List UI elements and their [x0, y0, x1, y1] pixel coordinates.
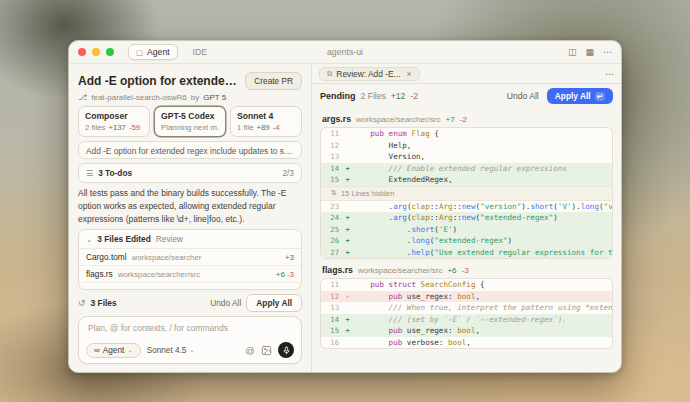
agent-card[interactable]: Composer2 files+137-59: [78, 106, 150, 137]
file-path: workspace/searcher/src: [358, 266, 442, 275]
app-window: agents-ui ▢ Agent IDE ◫ ▦ ⋯ Add -E optio…: [68, 40, 622, 373]
agent-card-sub-text: 1 file: [237, 123, 253, 132]
code-card: 11 pub enum Flag {12 Help,13 Version,14+…: [320, 127, 613, 259]
line-number: 15: [321, 326, 343, 335]
code-text: /// (set by `-E` / `--extended-regex`).: [352, 315, 612, 324]
chevron-down-icon: ⌄: [127, 346, 132, 354]
undo-all-button[interactable]: Undo All: [507, 91, 539, 101]
agent-cards: Composer2 files+137-59GPT-5 CodexPlannin…: [78, 106, 302, 137]
agent-mode-selector[interactable]: ∞ Agent ⌄: [86, 343, 141, 358]
apply-bar-files-label: 3 Files: [91, 298, 117, 308]
close-review-tab-icon[interactable]: ×: [407, 69, 412, 79]
added-count: +6: [447, 266, 456, 275]
files-edited-label: 3 Files Edited: [97, 234, 150, 244]
line-number: 24: [321, 213, 343, 222]
code-text: Version,: [352, 152, 612, 161]
file-row[interactable]: Cargo.tomlworkspace/searcher+3: [79, 249, 301, 265]
prompt-preview[interactable]: Add -E option for extended regex include…: [78, 141, 302, 160]
diff-file-header[interactable]: args.rsworkspace/searcher/src+7-2: [320, 111, 613, 127]
code-text: /// Enable extended regular expressions: [352, 164, 612, 173]
diff-sign: -: [343, 292, 352, 301]
zoom-window-button[interactable]: [106, 48, 114, 56]
layout-columns-icon[interactable]: ◫: [568, 47, 577, 57]
line-number: 13: [321, 152, 343, 161]
more-icon[interactable]: ⋯: [603, 47, 612, 57]
diff-sign: +: [343, 175, 352, 184]
minimize-window-button[interactable]: [92, 48, 100, 56]
hidden-lines-label: 15 Lines hidden: [341, 189, 395, 198]
branch-row: ⎇ feat-parallel-search-oswR6 by GPT 5: [78, 94, 302, 102]
file-row[interactable]: args.rsworkspace/searcher/src+7-2: [79, 282, 301, 290]
model-selector[interactable]: Sonnet 4.5 ⌄: [147, 346, 195, 355]
review-tab[interactable]: ⧉ Review: Add -E... ×: [319, 67, 420, 81]
agent-card-sub-text: Planning next m...: [161, 123, 219, 132]
review-removed-count: -2: [410, 91, 418, 101]
file-name: flags.rs: [86, 269, 113, 279]
line-number: 27: [321, 248, 343, 257]
diff-line: 13 /// When true, interpret the pattern …: [321, 302, 612, 314]
close-window-button[interactable]: [78, 48, 86, 56]
infinity-icon: ∞: [94, 346, 100, 355]
diff-sign: +: [343, 225, 352, 234]
file-path: workspace/searcher/src: [356, 115, 440, 124]
review-more-icon[interactable]: ⋯: [605, 69, 614, 79]
create-pr-button[interactable]: Create PR: [245, 72, 302, 90]
review-files-count: 2 Files: [361, 91, 386, 101]
diff-sign: +: [343, 315, 352, 324]
apply-all-button[interactable]: Apply All ↵: [547, 88, 613, 104]
agent-card[interactable]: Sonnet 41 file+89-4: [230, 106, 302, 137]
tab-ide[interactable]: IDE: [186, 45, 214, 59]
titlebar-actions: ◫ ▦ ⋯: [568, 47, 612, 57]
removed-count: -4: [273, 123, 280, 132]
files-edited-header[interactable]: ⌄ 3 Files Edited Review: [79, 230, 301, 249]
review-link[interactable]: Review: [156, 234, 183, 244]
added-count: +137: [108, 123, 126, 132]
diff-line: 26+ .long("extended-regex"): [321, 235, 612, 247]
branch-name[interactable]: feat-parallel-search-oswR6: [91, 94, 187, 102]
diff-line: 13 Version,: [321, 151, 612, 163]
tab-agent-label: Agent: [147, 47, 169, 57]
line-number: 26: [321, 236, 343, 245]
files-edited-list: Cargo.tomlworkspace/searcher+3flags.rswo…: [79, 249, 301, 290]
file-diff-counts: +6-3: [276, 270, 294, 279]
composer-controls: ∞ Agent ⌄ Sonnet 4.5 ⌄ @: [86, 342, 294, 358]
agent-tab-icon: ▢: [136, 48, 143, 57]
removed-count: -2: [287, 287, 294, 290]
files-edited-card: ⌄ 3 Files Edited Review Cargo.tomlworksp…: [78, 229, 302, 290]
code-text: /// When true, interpret the pattern usi…: [352, 303, 612, 312]
review-added-count: +12: [391, 91, 406, 101]
file-row[interactable]: flags.rsworkspace/searcher/src+6-3: [79, 265, 301, 282]
review-status: Pending: [320, 91, 356, 101]
agent-mode-label: Agent: [103, 346, 124, 355]
image-icon[interactable]: [261, 345, 272, 356]
added-count: +89: [256, 123, 269, 132]
code-card: 11 pub struct SearchConfig {12- pub use_…: [320, 278, 613, 349]
code-text: pub struct SearchConfig {: [352, 280, 612, 289]
apply-all-button-left[interactable]: Apply All: [246, 294, 302, 312]
agent-card-sub: Planning next m...: [161, 123, 219, 132]
expand-icon: ⇅: [331, 189, 337, 197]
apply-bar: ↺ 3 Files Undo All Apply All: [78, 294, 302, 312]
composer-input[interactable]: Plan, @ for contexts, / for commands ∞ A…: [78, 316, 302, 364]
todos-box[interactable]: ☰ 3 To-dos 2/3: [78, 163, 302, 183]
hidden-lines-row[interactable]: ⇅15 Lines hidden: [321, 186, 612, 201]
diff-file-header[interactable]: flags.rsworkspace/searcher/src+6-3: [320, 262, 613, 278]
added-count: +7: [445, 115, 454, 124]
voice-input-button[interactable]: [278, 342, 294, 358]
todos-label: 3 To-dos: [98, 168, 132, 178]
agent-card-title: Composer: [85, 111, 143, 121]
titlebar-tabs: ▢ Agent IDE: [128, 44, 214, 60]
diff-line: 11 pub struct SearchConfig {: [321, 279, 612, 291]
undo-all-button-left[interactable]: Undo All: [210, 298, 241, 308]
agent-card[interactable]: GPT-5 CodexPlanning next m...: [154, 106, 226, 137]
agent-card-sub: 1 file+89-4: [237, 123, 295, 132]
line-number: 12: [321, 141, 343, 150]
review-toolbar: Pending 2 Files +12 -2 Undo All Apply Al…: [312, 84, 621, 108]
diff-line: 11 pub enum Flag {: [321, 128, 612, 140]
diff-view[interactable]: args.rsworkspace/searcher/src+7-211 pub …: [312, 108, 621, 372]
line-number: 12: [321, 292, 343, 301]
layout-grid-icon[interactable]: ▦: [585, 47, 594, 57]
mention-icon[interactable]: @: [245, 345, 255, 356]
tab-agent[interactable]: ▢ Agent: [128, 44, 178, 60]
code-text: pub use_regex: bool,: [352, 326, 612, 335]
